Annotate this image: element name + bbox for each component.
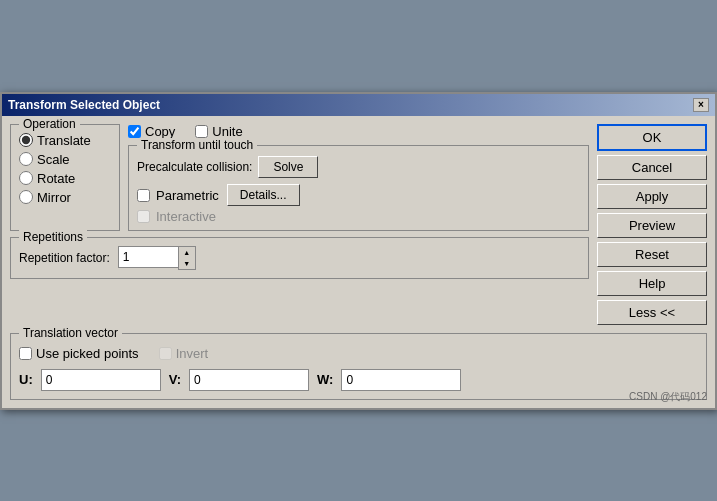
mirror-label: Mirror [37,190,71,205]
u-input[interactable] [41,369,161,391]
repetitions-content: Repetition factor: ▲ ▼ [19,246,580,270]
spinbox-buttons: ▲ ▼ [178,246,196,270]
radio-scale[interactable]: Scale [19,152,111,167]
rep-factor-input[interactable] [118,246,178,268]
radio-rotate[interactable]: Rotate [19,171,111,186]
watermark: CSDN @代码012 [629,390,707,404]
dialog-bottom: Translation vector Use picked points Inv… [2,333,715,408]
left-panel: Operation Translate Scale Rotate [10,124,589,325]
u-label: U: [19,372,33,387]
invert-checkbox-item[interactable]: Invert [159,346,209,361]
scale-label: Scale [37,152,70,167]
title-bar: Transform Selected Object × [2,94,715,116]
v-input[interactable] [189,369,309,391]
copy-checkbox[interactable] [128,125,141,138]
preview-button[interactable]: Preview [597,213,707,238]
rotate-radio[interactable] [19,171,33,185]
translation-vector-label: Translation vector [19,326,122,340]
close-button[interactable]: × [693,98,709,112]
interactive-row: Interactive [137,209,219,224]
transform-dialog: Transform Selected Object × Operation Tr… [0,92,717,410]
unite-label: Unite [212,124,242,139]
precalc-row: Precalculate collision: Solve [137,156,580,178]
top-row: Operation Translate Scale Rotate [10,124,589,231]
parametric-checkbox[interactable] [137,189,150,202]
apply-button[interactable]: Apply [597,184,707,209]
precalc-label: Precalculate collision: [137,160,252,174]
use-picked-checkbox-item[interactable]: Use picked points [19,346,139,361]
use-picked-row: Use picked points Invert [19,346,698,361]
unite-checkbox-item[interactable]: Unite [195,124,242,139]
v-label: V: [169,372,181,387]
w-input[interactable] [341,369,461,391]
repetitions-label: Repetitions [19,230,87,244]
transform-touch-group: Transform until touch Precalculate colli… [128,145,589,231]
translate-radio[interactable] [19,133,33,147]
copy-unite-row: Copy Unite [128,124,589,139]
rep-factor-spinbox[interactable]: ▲ ▼ [118,246,196,270]
w-label: W: [317,372,333,387]
rep-factor-label: Repetition factor: [19,251,110,265]
repetitions-group: Repetitions Repetition factor: ▲ ▼ [10,237,589,279]
spin-up-button[interactable]: ▲ [179,247,195,258]
ok-button[interactable]: OK [597,124,707,151]
use-picked-checkbox[interactable] [19,347,32,360]
radio-mirror[interactable]: Mirror [19,190,111,205]
details-button[interactable]: Details... [227,184,300,206]
solve-button[interactable]: Solve [258,156,318,178]
reset-button[interactable]: Reset [597,242,707,267]
less-button[interactable]: Less << [597,300,707,325]
scale-radio[interactable] [19,152,33,166]
operation-group: Operation Translate Scale Rotate [10,124,120,231]
copy-label: Copy [145,124,175,139]
help-button[interactable]: Help [597,271,707,296]
radio-options: Translate Scale Rotate Mirror [19,133,111,205]
copy-checkbox-item[interactable]: Copy [128,124,175,139]
mirror-radio[interactable] [19,190,33,204]
parametric-label: Parametric [156,188,219,203]
uvw-row: U: V: W: [19,369,698,391]
parametric-row[interactable]: Parametric [137,188,219,203]
rotate-label: Rotate [37,171,75,186]
radio-translate[interactable]: Translate [19,133,111,148]
unite-checkbox[interactable] [195,125,208,138]
interactive-label: Interactive [156,209,216,224]
translate-label: Translate [37,133,91,148]
invert-label: Invert [176,346,209,361]
operation-label: Operation [19,117,80,131]
cancel-button[interactable]: Cancel [597,155,707,180]
use-picked-label: Use picked points [36,346,139,361]
invert-checkbox [159,347,172,360]
interactive-checkbox [137,210,150,223]
right-button-panel: OK Cancel Apply Preview Reset Help Less … [597,124,707,325]
right-options: Copy Unite Transform until touch Precalc… [128,124,589,231]
transform-touch-label: Transform until touch [137,138,257,152]
translation-content: Use picked points Invert U: V: W: [19,342,698,391]
translation-vector-group: Translation vector Use picked points Inv… [10,333,707,400]
dialog-title: Transform Selected Object [8,98,160,112]
dialog-body: Operation Translate Scale Rotate [2,116,715,333]
spin-down-button[interactable]: ▼ [179,258,195,269]
